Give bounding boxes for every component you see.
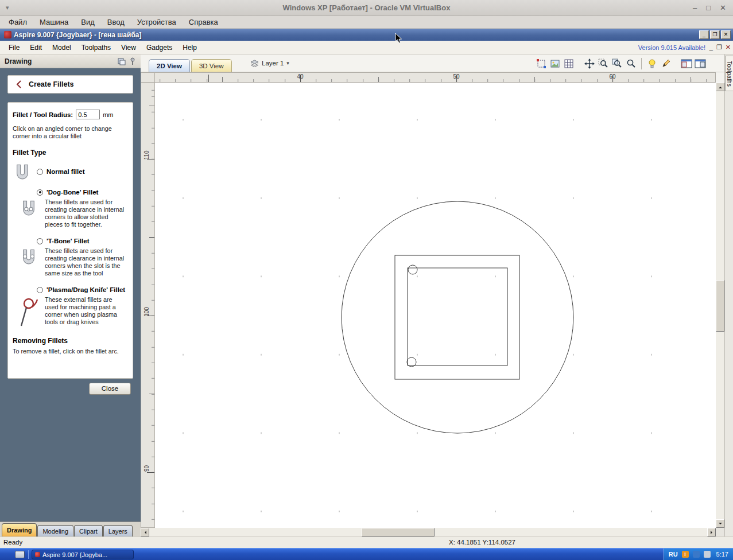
zoom-selection-icon[interactable] xyxy=(610,57,624,71)
toolpaths-tab[interactable]: Toolpaths xyxy=(725,56,733,91)
tab-layers[interactable]: Layers xyxy=(103,525,133,536)
horizontal-scrollbar[interactable] xyxy=(141,528,716,536)
tab-3d-view[interactable]: 3D View xyxy=(191,59,232,72)
aspire-task-button[interactable]: Aspire 9.007 {Jogyba... xyxy=(32,550,134,559)
vbox-close-button[interactable]: ✕ xyxy=(720,3,726,12)
xp-titlebar: Aspire 9.007 {Jogybaer} - [гена шайба] _… xyxy=(0,29,733,41)
toggle-shading-icon[interactable] xyxy=(645,57,659,71)
mdi-close-button[interactable]: ✕ xyxy=(726,44,731,51)
mdi-restore-button[interactable]: ❐ xyxy=(716,44,722,51)
layout-2d-3d-split-icon[interactable] xyxy=(680,57,693,71)
app-menubar: File Edit Model Toolpaths View Gadgets H… xyxy=(0,41,733,55)
view-topbar: 2D View 3D View Layer 1 ▾ xyxy=(141,55,724,72)
vertical-scrollbar[interactable] xyxy=(716,83,724,528)
vbox-menu-help[interactable]: Справка xyxy=(183,16,224,28)
float-panel-icon[interactable] xyxy=(118,57,126,65)
scroll-right-button[interactable] xyxy=(707,528,716,536)
bitmap-visibility-icon[interactable] xyxy=(548,57,562,71)
radio-indicator[interactable] xyxy=(37,189,43,196)
grid-visibility-icon[interactable] xyxy=(562,57,576,71)
vbox-menu-view[interactable]: Вид xyxy=(75,16,101,28)
horizontal-ruler: 40 50 60 xyxy=(155,72,716,83)
fillet-instruction: Click on an angled corner to change corn… xyxy=(13,125,125,140)
taskbar-divider xyxy=(28,550,29,559)
vbox-maximize-button[interactable]: □ xyxy=(706,3,711,12)
tab-clipart[interactable]: Clipart xyxy=(74,525,103,536)
vbox-window-title: Windows XP [Работает] - Oracle VM Virtua… xyxy=(0,3,733,12)
keyboard-tray-icon[interactable] xyxy=(704,551,711,558)
scroll-down-button[interactable] xyxy=(716,519,724,528)
create-fillets-form: Fillet / Tool Radius: mm Click on an ang… xyxy=(7,102,133,379)
tab-2d-view[interactable]: 2D View xyxy=(149,59,190,72)
display-tray-icon[interactable] xyxy=(693,551,700,558)
normal-fillet-icon xyxy=(13,164,32,180)
vertical-ruler: 110 100 90 xyxy=(141,83,155,528)
menu-file[interactable]: File xyxy=(3,44,25,52)
vector-drawing xyxy=(155,83,716,528)
ruler-h-label: 50 xyxy=(449,73,463,80)
snap-settings-icon[interactable] xyxy=(534,57,548,71)
menu-edit[interactable]: Edit xyxy=(25,44,47,52)
radio-indicator[interactable] xyxy=(37,169,43,175)
plasma-knife-icon xyxy=(13,296,45,328)
tbone-description: These fillets are used for creating clea… xyxy=(45,247,126,277)
ruler-h-label: 40 xyxy=(293,73,307,80)
quick-launch-icon[interactable] xyxy=(15,551,25,558)
horizontal-scroll-thumb[interactable] xyxy=(362,528,435,536)
menu-view[interactable]: View xyxy=(116,44,141,52)
radius-input[interactable] xyxy=(76,110,100,119)
drawing-canvas[interactable] xyxy=(155,83,716,528)
washer-outer-circle xyxy=(342,201,573,433)
xp-close-button[interactable]: ✕ xyxy=(721,30,731,39)
xp-restore-button[interactable]: ❐ xyxy=(710,30,720,39)
menu-toolpaths[interactable]: Toolpaths xyxy=(76,44,116,52)
vbox-menu-input[interactable]: Ввод xyxy=(101,16,131,28)
plasma-fillet-radio[interactable]: 'Plasma/Drag Knife' Fillet xyxy=(37,286,128,293)
edit-vectors-icon[interactable] xyxy=(659,57,673,71)
tab-drawing[interactable]: Drawing xyxy=(2,523,37,536)
vbox-menu-file[interactable]: Файл xyxy=(2,16,33,28)
version-available-link[interactable]: Version 9.015 Available! xyxy=(638,44,705,51)
layout-2d-3d-windows-icon[interactable] xyxy=(693,57,707,71)
aspire-app-icon xyxy=(4,31,11,38)
vbox-menubar: Файл Машина Вид Ввод Устройства Справка xyxy=(0,16,733,29)
fillet-option-plasma: 'Plasma/Drag Knife' Fillet These externa… xyxy=(13,286,128,328)
dogbone-description: These fillets are used for creating clea… xyxy=(45,199,126,228)
pan-view-icon[interactable] xyxy=(583,57,596,71)
normal-fillet-radio[interactable]: Normal fillet xyxy=(37,168,84,175)
dogbone-fillet-radio[interactable]: 'Dog-Bone' Fillet xyxy=(37,189,128,196)
scrollbar-corner xyxy=(716,528,724,536)
xp-minimize-button[interactable]: _ xyxy=(699,30,709,39)
menu-help[interactable]: Help xyxy=(177,44,202,52)
canvas-region: 2D View 3D View Layer 1 ▾ xyxy=(141,55,724,536)
zoom-extents-icon[interactable] xyxy=(624,57,638,71)
radius-unit: mm xyxy=(103,111,113,118)
taskbar-clock[interactable]: 5:17 xyxy=(716,551,728,558)
radio-indicator[interactable] xyxy=(37,238,43,244)
vbox-minimize-button[interactable]: – xyxy=(693,3,697,12)
menu-gadgets[interactable]: Gadgets xyxy=(141,44,177,52)
security-shield-tray-icon[interactable]: ! xyxy=(682,551,689,558)
tab-modeling[interactable]: Modeling xyxy=(37,525,73,536)
toolpaths-strip: Toolpaths xyxy=(724,55,733,536)
ruler-h-label: 60 xyxy=(606,73,619,80)
drawing-panel: Drawing Create Fillets Fillet / Tool Rad… xyxy=(0,55,141,536)
scroll-left-button[interactable] xyxy=(141,528,149,536)
menu-model[interactable]: Model xyxy=(47,44,76,52)
vbox-menu-machine[interactable]: Машина xyxy=(33,16,75,28)
vbox-menu-devices[interactable]: Устройства xyxy=(131,16,183,28)
xp-window-title: Aspire 9.007 {Jogybaer} - [гена шайба] xyxy=(14,31,141,39)
chevron-down-icon: ▾ xyxy=(286,60,289,66)
tbone-fillet-radio[interactable]: 'T-Bone' Fillet xyxy=(37,238,128,244)
language-indicator[interactable]: RU xyxy=(669,551,678,558)
radio-indicator[interactable] xyxy=(37,287,43,293)
view-toolbar xyxy=(534,57,707,71)
back-chevron-icon[interactable] xyxy=(16,80,22,89)
mdi-minimize-button[interactable]: _ xyxy=(709,44,713,51)
zoom-box-icon[interactable] xyxy=(596,57,610,71)
close-button[interactable]: Close xyxy=(89,383,131,395)
layer-selector[interactable]: Layer 1 ▾ xyxy=(247,57,293,69)
scroll-up-button[interactable] xyxy=(716,83,724,91)
pin-icon[interactable] xyxy=(129,57,136,65)
vertical-scroll-thumb[interactable] xyxy=(716,280,724,332)
